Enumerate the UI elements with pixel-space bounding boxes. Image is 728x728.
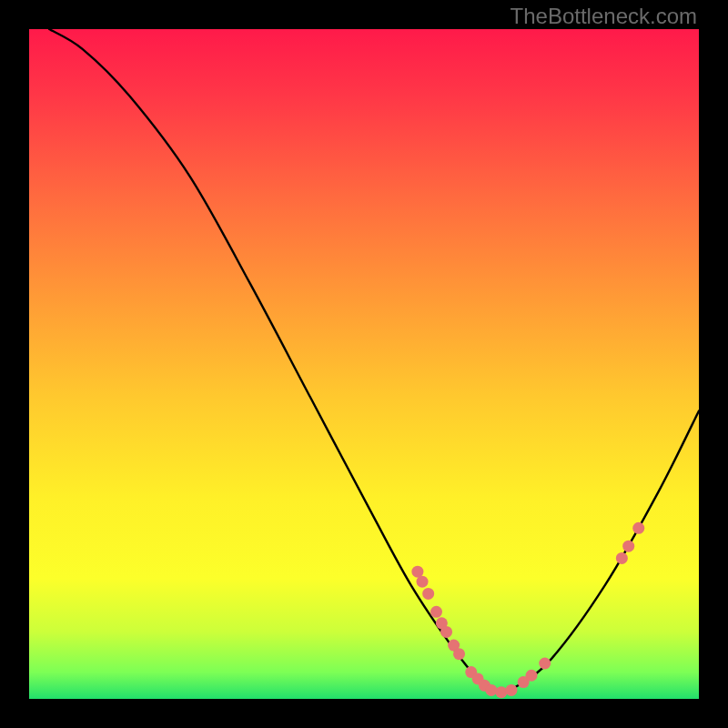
data-marker (485, 684, 497, 696)
watermark-label: TheBottleneck.com (511, 4, 697, 29)
data-marker (495, 686, 507, 698)
data-marker (505, 684, 517, 696)
data-marker (616, 552, 628, 564)
chart-plot-area (29, 29, 699, 699)
chart-layer (29, 29, 699, 699)
data-marker (453, 648, 465, 660)
bottleneck-curve (49, 29, 699, 693)
data-marker (430, 606, 442, 618)
data-marker (422, 588, 434, 600)
data-marker (526, 670, 538, 682)
data-marker (440, 626, 452, 638)
data-markers (411, 522, 644, 698)
data-marker (411, 566, 423, 578)
data-marker (417, 576, 429, 588)
data-marker (632, 522, 644, 534)
data-marker (622, 541, 634, 552)
data-marker (539, 657, 551, 669)
